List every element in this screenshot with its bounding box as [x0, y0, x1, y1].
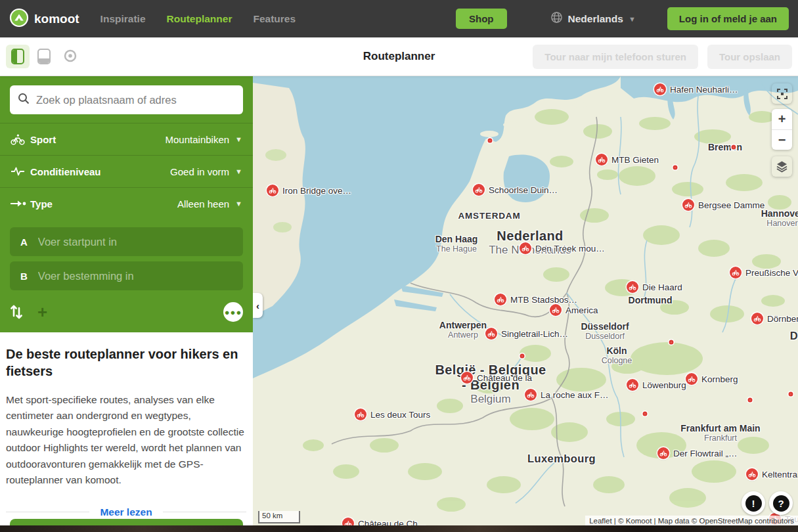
map-place-label: HannoverHanover: [761, 208, 798, 228]
marker-label: Bergsee Damme: [698, 200, 765, 210]
map-highlight-marker[interactable]: America: [550, 304, 598, 316]
map-place-label: KölnCologne: [602, 345, 632, 365]
bike-marker-icon: [627, 379, 638, 391]
map-highlight-marker[interactable]: Les deux Tours: [355, 409, 430, 420]
nav-item-routeplanner[interactable]: Routeplanner: [167, 13, 233, 25]
bike-marker-icon: [627, 281, 638, 293]
more-options-button[interactable]: ●●●: [223, 302, 243, 322]
zoom-control: + −: [772, 109, 792, 150]
marker-label: Singletrail-Lich…: [501, 329, 568, 339]
help-button[interactable]: ?: [769, 491, 793, 515]
route-type-selector[interactable]: Type Alleen heen▼: [0, 187, 253, 219]
map-highlight-marker[interactable]: Keltentrail: [746, 468, 798, 480]
map-dot-marker[interactable]: [520, 354, 525, 359]
send-to-phone-button[interactable]: Tour naar mijn telefoon sturen: [533, 45, 698, 69]
start-point-field: A: [10, 227, 243, 256]
search-box: [10, 85, 243, 114]
map-scale-bar: 50 km: [258, 511, 300, 523]
next-section-photo-strip: [0, 525, 798, 532]
marker-label: Dörnberg: [767, 314, 798, 324]
map-place-label: AMSTERDAM: [458, 211, 521, 221]
planner-actions: + ●●●: [0, 296, 253, 332]
marker-label: Hafen Neuharli…: [670, 85, 738, 95]
sport-value: Mountainbiken: [166, 134, 230, 145]
shop-button[interactable]: Shop: [456, 9, 507, 29]
map-dot-marker[interactable]: [673, 166, 678, 170]
map-highlight-marker[interactable]: Iron Bridge ove…: [267, 185, 351, 196]
map-dot-marker[interactable]: [643, 412, 648, 416]
chevron-down-icon: ▼: [235, 200, 242, 208]
marker-label: Château de la: [477, 373, 532, 383]
sidebar-layout-button[interactable]: [6, 45, 30, 68]
map-dot-marker[interactable]: [732, 145, 736, 150]
pulse-icon: [11, 166, 30, 177]
bottom-panel-layout-button[interactable]: [32, 45, 56, 68]
layers-button[interactable]: [772, 156, 792, 177]
destination-field: B: [10, 261, 243, 290]
map-highlight-marker[interactable]: Löwenburg: [627, 379, 686, 391]
zoom-out-button[interactable]: −: [772, 129, 792, 150]
nav-item-inspiratie[interactable]: Inspiratie: [100, 13, 146, 25]
save-tour-button[interactable]: Tour opslaan: [707, 45, 792, 69]
komoot-logo-icon: [9, 8, 29, 30]
language-selector[interactable]: Nederlands ▼: [550, 11, 636, 26]
exclamation-icon: !: [745, 495, 762, 512]
map-dot-marker[interactable]: [789, 392, 793, 397]
marker-label: Keltentrail: [762, 470, 798, 479]
map-highlight-marker[interactable]: Singletrail-Lich…: [485, 328, 568, 340]
top-navigation: komoot Inspiratie Routeplanner Features …: [0, 0, 798, 37]
fitness-value: Goed in vorm: [170, 166, 229, 177]
start-point-input[interactable]: [38, 236, 233, 248]
search-icon: [18, 93, 30, 107]
map-dot-marker[interactable]: [488, 139, 493, 143]
alert-button[interactable]: !: [742, 491, 765, 515]
map-highlight-marker[interactable]: Château de la: [461, 372, 532, 384]
map-highlight-marker[interactable]: Die Haard: [627, 281, 682, 293]
marker-label: Löwenburg: [642, 380, 686, 390]
read-more-row: Meer lezen: [6, 506, 246, 518]
route-type-label: Type: [30, 198, 53, 210]
search-input[interactable]: [36, 94, 235, 106]
map-highlight-marker[interactable]: Hafen Neuharli…: [654, 83, 738, 95]
map-highlight-marker[interactable]: MTB Gieten: [596, 154, 659, 166]
map-highlight-marker[interactable]: La roche aux F…: [525, 389, 609, 401]
map-highlight-marker[interactable]: Dörnberg: [751, 313, 798, 324]
marker-label: Preußische Vel…: [745, 268, 798, 278]
intro-article: De beste routeplanner voor hikers en fie…: [0, 332, 253, 532]
map-dot-marker[interactable]: [669, 340, 674, 345]
marker-label: Den Treek mou…: [535, 244, 605, 254]
marker-label: MTB Stadsbos…: [510, 295, 577, 305]
destination-input[interactable]: [38, 270, 233, 282]
map-highlight-marker[interactable]: Preußische Vel…: [730, 267, 798, 278]
chevron-down-icon: ▼: [235, 135, 242, 143]
bike-marker-icon: [520, 242, 531, 254]
nav-item-features[interactable]: Features: [253, 13, 296, 25]
komoot-logo[interactable]: komoot: [9, 8, 79, 30]
marker-label: Kornberg: [701, 374, 738, 384]
map-dot-marker[interactable]: [748, 398, 753, 403]
fullscreen-button[interactable]: [772, 83, 792, 104]
login-button[interactable]: Log in of meld je aan: [667, 7, 789, 30]
read-more-link[interactable]: Meer lezen: [100, 506, 152, 518]
bike-marker-icon: [682, 199, 694, 211]
map-highlight-marker[interactable]: Kornberg: [686, 373, 738, 385]
sport-selector[interactable]: Sport Mountainbiken▼: [0, 123, 253, 155]
visibility-button[interactable]: [58, 45, 82, 68]
map-place-label: D: [790, 330, 798, 342]
swap-waypoints-button[interactable]: [10, 305, 23, 319]
map-canvas[interactable]: + − ‹ 50 km Leaflet | © Komoot | Map dat…: [253, 76, 798, 532]
map-highlight-marker[interactable]: Bergsee Damme: [682, 199, 765, 211]
collapse-sidebar-button[interactable]: ‹: [253, 293, 263, 318]
start-letter: A: [20, 236, 28, 248]
marker-label: MTB Gieten: [611, 155, 659, 165]
add-waypoint-button[interactable]: +: [37, 303, 47, 321]
fitness-selector[interactable]: Conditieniveau Goed in vorm▼: [0, 155, 253, 187]
one-way-arrow-icon: [11, 200, 30, 208]
bike-marker-icon: [751, 313, 763, 324]
map-highlight-marker[interactable]: Der Flowtrail „…: [657, 447, 738, 459]
map-highlight-marker[interactable]: Den Treek mou…: [520, 242, 605, 254]
zoom-in-button[interactable]: +: [772, 109, 792, 129]
map-place-label: Dortmund: [629, 295, 673, 305]
map-highlight-marker[interactable]: Schoorlse Duin…: [473, 184, 558, 196]
bike-marker-icon: [473, 184, 485, 196]
